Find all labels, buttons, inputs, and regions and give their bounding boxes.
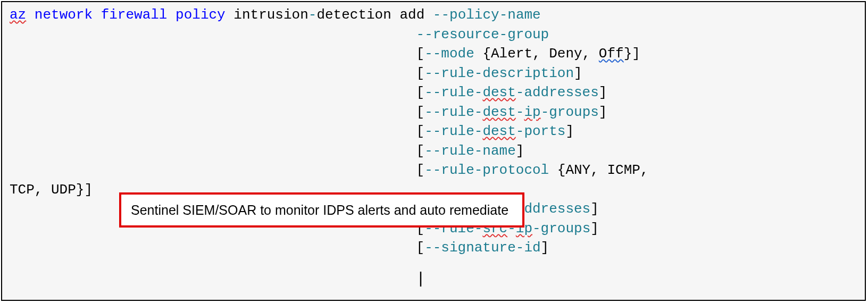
token-dest: dest [482, 85, 515, 100]
protocol-values-1: {ANY, ICMP, [549, 162, 648, 178]
token-policy: policy [176, 7, 226, 23]
code-line-13: [--signature-id] [10, 238, 857, 258]
arg-rule-description: rule-description [441, 65, 574, 81]
code-line-8: [--rule-name] [10, 141, 857, 161]
token-detection: detection [316, 7, 391, 23]
protocol-values-2: TCP, UDP} [10, 182, 84, 198]
code-line-1: az network firewall policy intrusion-det… [10, 5, 857, 25]
token-az: az [10, 7, 26, 23]
code-line-3: [--mode {Alert, Deny, Off}] [10, 44, 857, 64]
arg-rule-dest-ip-groups: -groups [541, 104, 599, 120]
code-line-4: [--rule-description] [10, 64, 857, 83]
token-intrusion: intrusion [233, 7, 308, 23]
mode-off: Off [599, 46, 624, 62]
arg-rule-dest-ports: -ports [516, 123, 566, 139]
arg-rule-src-ip-groups: -groups [532, 221, 590, 237]
mode-values: {Alert, Deny, [474, 46, 599, 62]
arg-rule-protocol: rule-protocol [441, 162, 549, 178]
code-line-2: --resource-group [10, 25, 857, 45]
arg-signature-id: signature-id [441, 240, 540, 256]
token-add: add [399, 7, 424, 23]
arg-resource-group: resource-group [433, 27, 549, 43]
arg-mode: mode [441, 46, 474, 62]
arg-policy-name: policy-name [449, 7, 541, 23]
arg-rule-name: rule-name [441, 143, 515, 159]
text-cursor-icon: | [416, 268, 425, 290]
callout-text: Sentinel SIEM/SOAR to monitor IDPS alert… [131, 201, 508, 220]
token-firewall: firewall [101, 7, 168, 23]
token-ip: ip [524, 104, 540, 120]
code-line-6: [--rule-dest-ip-groups] [10, 103, 857, 122]
token-dest: dest [482, 123, 515, 139]
arg-rule-dest-addresses: -addresses [516, 85, 599, 100]
code-block: az network firewall policy intrusion-det… [1, 1, 866, 301]
token-network: network [35, 7, 93, 23]
token-dest: dest [482, 104, 515, 120]
callout-box: Sentinel SIEM/SOAR to monitor IDPS alert… [119, 192, 524, 228]
code-line-9: [--rule-protocol {ANY, ICMP, [10, 161, 857, 180]
code-line-5: [--rule-dest-addresses] [10, 83, 857, 103]
code-line-7: [--rule-dest-ports] [10, 122, 857, 141]
